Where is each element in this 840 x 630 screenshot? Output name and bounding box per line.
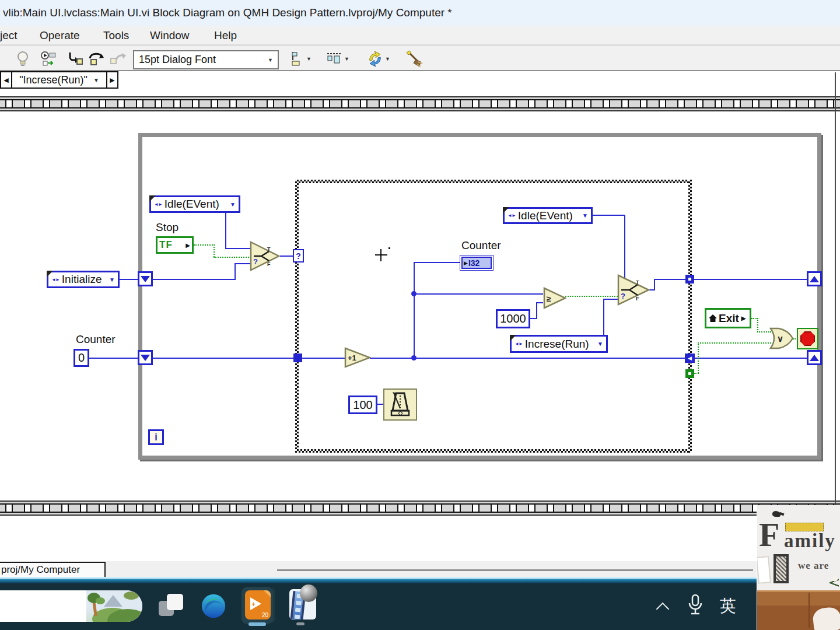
stop-boolean-terminal[interactable]: TF ▶: [156, 236, 194, 254]
case-prev-arrow[interactable]: ◀: [1, 72, 11, 88]
picture-frame: [757, 556, 771, 584]
shift-register-down-icon: [141, 355, 150, 361]
enum-constant-idle-case[interactable]: ◄► Idle(EVent) ▼: [503, 207, 593, 224]
menu-bar: ject Operate Tools Window Help: [0, 26, 840, 45]
picture-frame: [774, 554, 789, 583]
potplayer-icon[interactable]: + 20: [245, 590, 271, 620]
shift-register-right-state[interactable]: [807, 271, 822, 286]
chevron-down-icon[interactable]: ▼: [306, 56, 312, 62]
chevron-down-icon[interactable]: ▼: [385, 56, 390, 62]
case-structure-border-left[interactable]: [295, 180, 299, 453]
enum-dropdown-icon[interactable]: ▼: [579, 212, 588, 219]
case-selector-value: "Increse(Run)": [19, 74, 88, 86]
counter-i32-indicator[interactable]: ▶ I32: [460, 255, 494, 271]
step-into-button[interactable]: [68, 50, 83, 68]
menu-project[interactable]: ject: [0, 28, 18, 43]
align-objects-icon: [290, 51, 305, 67]
case-structure-border-top[interactable]: [295, 180, 692, 183]
enum-constant-idle-left[interactable]: ◄► Idle(EVent) ▼: [149, 195, 240, 213]
tunnel-boolean-out[interactable]: [685, 369, 694, 378]
wire-junction: [411, 291, 416, 296]
tunnel-state-out[interactable]: [685, 275, 694, 284]
iteration-glyph: i: [155, 432, 157, 443]
terminal-in-arrow-icon: ▶: [464, 260, 468, 266]
enum-constant-initialize[interactable]: ◄► Initialize ▼: [47, 271, 120, 288]
taskbar-search-box[interactable]: [0, 590, 142, 622]
terminal-out-arrow-icon: ▶: [741, 315, 746, 321]
menu-help[interactable]: Help: [214, 28, 237, 43]
chevron-down-icon[interactable]: ▼: [344, 56, 349, 62]
horizontal-scrollbar[interactable]: [277, 569, 753, 571]
reorder-objects-button[interactable]: ▼: [366, 50, 390, 68]
taskbar-chevron-up-icon[interactable]: [656, 603, 670, 616]
exit-message-constant[interactable]: Exit ▶: [705, 308, 751, 328]
enum-type-icon: ◄►: [51, 277, 60, 282]
gte-glyph: ≥: [547, 294, 551, 303]
target-tab-label: proj/My Computer: [1, 564, 80, 576]
we-are-text: we are: [798, 560, 829, 572]
enum-type-icon: ◄►: [508, 213, 516, 218]
search-highlight-image[interactable]: [86, 590, 142, 622]
font-selector[interactable]: 15pt Dialog Font ▼: [133, 50, 279, 69]
shift-register-up-icon: [810, 355, 819, 361]
wire: [235, 263, 236, 280]
wire: [370, 358, 686, 359]
wait-ms-constant[interactable]: 100: [348, 396, 377, 414]
task-view-icon[interactable]: [167, 594, 183, 610]
probe-icon: [40, 51, 57, 67]
or-glyph: ∨: [777, 334, 783, 344]
execution-target-tab[interactable]: proj/My Computer: [0, 562, 106, 578]
wait-ms-multiple-node[interactable]: [383, 388, 417, 421]
step-over-button[interactable]: [88, 50, 106, 68]
enum-dropdown-icon[interactable]: ▼: [106, 276, 115, 283]
menu-tools[interactable]: Tools: [103, 28, 129, 43]
enum-dropdown-icon[interactable]: ▼: [227, 201, 236, 208]
tunnel-counter-in[interactable]: [293, 354, 302, 362]
edge-browser-icon[interactable]: [201, 593, 226, 619]
case-selector-label[interactable]: ◀ "Increse(Run)" ▼ ▶: [0, 71, 118, 89]
shift-register-left-state[interactable]: [138, 271, 153, 286]
highlight-execution-button[interactable]: [16, 50, 30, 68]
active-app-indicator: [249, 622, 266, 626]
open-app-indicator: [296, 622, 304, 625]
select-node[interactable]: ? T F: [617, 274, 650, 306]
tree-icon: [96, 597, 105, 604]
constant-value: 1000: [500, 312, 526, 326]
distribute-objects-button[interactable]: ▼: [326, 50, 349, 68]
chevron-down-icon[interactable]: ▼: [93, 77, 99, 83]
case-next-arrow[interactable]: ▶: [107, 72, 117, 88]
wire: [152, 358, 295, 359]
align-objects-button[interactable]: ▼: [290, 50, 312, 68]
enum-dropdown-icon[interactable]: ▼: [594, 341, 603, 347]
chevron-down-icon[interactable]: ▼: [268, 57, 273, 63]
ime-language-indicator[interactable]: 英: [720, 595, 736, 617]
case-structure-border-right[interactable]: [688, 180, 692, 453]
counter-init-constant[interactable]: 0: [74, 349, 89, 367]
menu-window[interactable]: Window: [150, 28, 190, 43]
compare-constant-1000[interactable]: 1000: [496, 309, 530, 328]
retain-wire-values-button[interactable]: [40, 50, 57, 68]
loop-condition-stop-terminal[interactable]: [797, 328, 818, 349]
step-out-button[interactable]: [109, 50, 127, 68]
select-node[interactable]: ? T F: [250, 241, 280, 271]
enum-constant-increse[interactable]: ◄► Increse(Run) ▼: [510, 335, 608, 353]
loop-iteration-terminal[interactable]: i: [148, 429, 164, 445]
microphone-icon[interactable]: [687, 594, 704, 618]
wire: [654, 279, 687, 280]
cleanup-diagram-button[interactable]: [404, 50, 423, 68]
greater-or-equal-node[interactable]: ≥: [543, 287, 566, 309]
title-bar: vlib:Main UI.lvclass:Main UI.vi Block Di…: [0, 0, 840, 26]
shift-register-left-counter[interactable]: [138, 350, 153, 365]
wire: [414, 262, 415, 359]
wire: [225, 248, 252, 249]
tunnel-counter-out[interactable]: ◀: [685, 354, 695, 363]
increment-node[interactable]: +1: [344, 347, 371, 368]
case-selector-tunnel[interactable]: ?: [293, 249, 304, 262]
shift-register-right-counter[interactable]: [807, 350, 822, 365]
select-q-glyph: ?: [253, 257, 258, 266]
or-node[interactable]: ∨: [768, 327, 794, 350]
wire: [654, 279, 655, 290]
window-edge-accent: [0, 579, 840, 583]
case-structure-border-bottom[interactable]: [295, 449, 692, 453]
menu-operate[interactable]: Operate: [40, 28, 80, 43]
